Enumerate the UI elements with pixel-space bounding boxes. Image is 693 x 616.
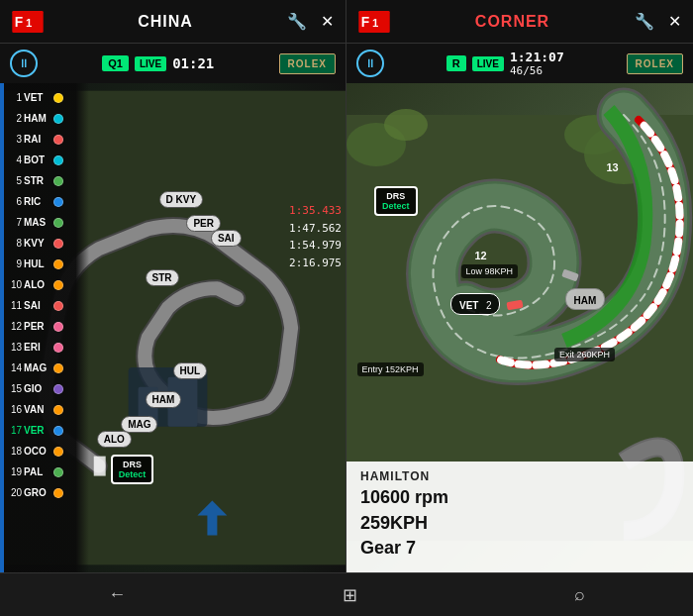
live-badge-right: LIVE: [472, 56, 504, 71]
driver-dot: [53, 447, 63, 457]
driver-position: 20: [4, 487, 22, 498]
driver-row: 14MAG: [0, 358, 89, 378]
driver-name: VER: [24, 425, 51, 436]
driver-row: 9HUL: [0, 254, 89, 274]
driver-list-container: 1VET2HAM3RAI4BOT5STR6RIC7MAS8KVY9HUL10AL…: [0, 87, 89, 503]
windows-button[interactable]: ⊞: [323, 580, 377, 610]
driver-row: 19PAL: [0, 462, 89, 482]
driver-name: STR: [24, 175, 51, 186]
left-toolbar: ⏸ Q1 LIVE 01:21 ROLEX: [0, 44, 346, 83]
svg-text:1: 1: [26, 16, 32, 28]
right-panel: F 1 CORNER 🔧 ✕ ⏸ R LIVE 1:21:07 46/56 RO…: [346, 0, 693, 572]
close-icon-right[interactable]: ✕: [668, 12, 681, 31]
driver-position: 4: [4, 154, 22, 165]
f1-logo-left: F 1: [12, 11, 44, 33]
driver-row: 16VAN: [0, 399, 89, 420]
driver-dot: [53, 488, 63, 498]
drs-title-left: DRS: [119, 460, 147, 469]
driver-position: 8: [4, 238, 22, 249]
driver-name: SAI: [24, 300, 51, 311]
driver-row: 10ALO: [0, 274, 89, 295]
pause-button-left[interactable]: ⏸: [10, 50, 38, 77]
driver-name: RIC: [24, 196, 51, 207]
driver-position: 2: [4, 113, 22, 124]
driver-row: 5STR: [0, 170, 89, 191]
pause-button-right[interactable]: ⏸: [356, 50, 384, 77]
driver-position: 14: [4, 362, 22, 373]
car-label-vet-right: VET 2: [450, 293, 500, 315]
driver-name: PAL: [24, 466, 51, 477]
driver-name: MAG: [24, 362, 51, 373]
timing-row: 2:16.975: [289, 255, 342, 272]
low-speed-label: Low 98KPH: [461, 264, 519, 278]
driver-name: MAS: [24, 217, 51, 228]
driver-dot: [53, 114, 63, 124]
driver-position: 17: [4, 425, 22, 436]
right-header-icons: 🔧 ✕: [635, 12, 681, 31]
timing-row: 1:54.979: [289, 237, 342, 255]
session-info-left: Q1 LIVE 01:21: [102, 55, 214, 71]
driver-dot: [53, 259, 63, 269]
right-time-block: 1:21:07 46/56: [510, 50, 564, 77]
driver-row: 1VET: [0, 87, 89, 108]
right-session-info: R LIVE 1:21:07 46/56: [446, 50, 564, 77]
left-header: F 1 CHINA 🔧 ✕: [0, 0, 346, 44]
driver-row: 20GRO: [0, 482, 89, 503]
driver-position: 16: [4, 404, 22, 415]
driver-position: 10: [4, 279, 22, 290]
driver-dot: [53, 363, 63, 373]
svg-point-17: [384, 109, 428, 141]
driver-position: 7: [4, 217, 22, 228]
rolex-badge-left: ROLEX: [279, 53, 336, 74]
timing-container: 1:35.4331:47.5621:54.9792:16.975: [289, 202, 342, 271]
close-icon-left[interactable]: ✕: [321, 12, 334, 31]
driver-dot: [53, 426, 63, 436]
timing-overlay: 1:35.4331:47.5621:54.9792:16.975: [289, 202, 342, 271]
settings-icon-right[interactable]: 🔧: [635, 12, 654, 31]
driver-dot: [53, 322, 63, 332]
driver-info-name: HAMILTON: [360, 469, 679, 483]
car-label-dkvy: D KVY: [159, 191, 204, 208]
driver-info-rpm: 10600 rpm: [360, 485, 679, 510]
car-label-alo: ALO: [97, 431, 132, 448]
pause-icon-left: ⏸: [18, 56, 30, 70]
driver-name: GRO: [24, 487, 51, 498]
driver-position: 3: [4, 134, 22, 145]
driver-info-gear: Gear 7: [360, 536, 679, 561]
driver-row: 18OCO: [0, 441, 89, 462]
driver-dot: [53, 280, 63, 290]
driver-dot: [53, 155, 63, 165]
driver-dot: [53, 301, 63, 311]
driver-info-box: HAMILTON 10600 rpm 259KPH Gear 7: [346, 462, 693, 572]
driver-position: 6: [4, 196, 22, 207]
drs-label-left: DRS Detect: [111, 455, 154, 484]
driver-name: OCO: [24, 446, 51, 457]
driver-dot: [53, 343, 63, 353]
left-content: 1VET2HAM3RAI4BOT5STR6RIC7MAS8KVY9HUL10AL…: [0, 83, 346, 572]
settings-icon-left[interactable]: 🔧: [287, 12, 307, 31]
car-label-str: STR: [146, 269, 179, 286]
back-button[interactable]: ←: [88, 580, 146, 609]
driver-row: 17VER: [0, 420, 89, 441]
driver-row: 7MAS: [0, 212, 89, 233]
driver-dot: [53, 218, 63, 228]
driver-row: 8KVY: [0, 233, 89, 254]
driver-dot: [53, 405, 63, 415]
drs-title-right: DRS: [382, 191, 410, 201]
driver-list: 1VET2HAM3RAI4BOT5STR6RIC7MAS8KVY9HUL10AL…: [0, 83, 89, 572]
drs-detect-right: Detect: [382, 201, 410, 211]
driver-dot: [53, 135, 63, 145]
pause-icon-right: ⏸: [364, 56, 376, 70]
search-button[interactable]: ⌕: [554, 580, 605, 609]
driver-dot: [53, 197, 63, 207]
race-badge: R: [446, 55, 466, 71]
driver-row: 11SAI: [0, 295, 89, 316]
entry-speed-label: Entry 152KPH: [357, 362, 424, 376]
driver-info-speed: 259KPH: [360, 511, 679, 536]
main-container: F 1 CHINA 🔧 ✕ ⏸ Q1 LIVE 01:21 ROLEX: [0, 0, 693, 572]
drs-label-right: DRS Detect: [374, 186, 418, 216]
driver-row: 15GIO: [0, 378, 89, 399]
driver-name: GIO: [24, 383, 51, 394]
right-time-sub: 46/56: [510, 64, 543, 77]
driver-row: 12PER: [0, 316, 89, 337]
